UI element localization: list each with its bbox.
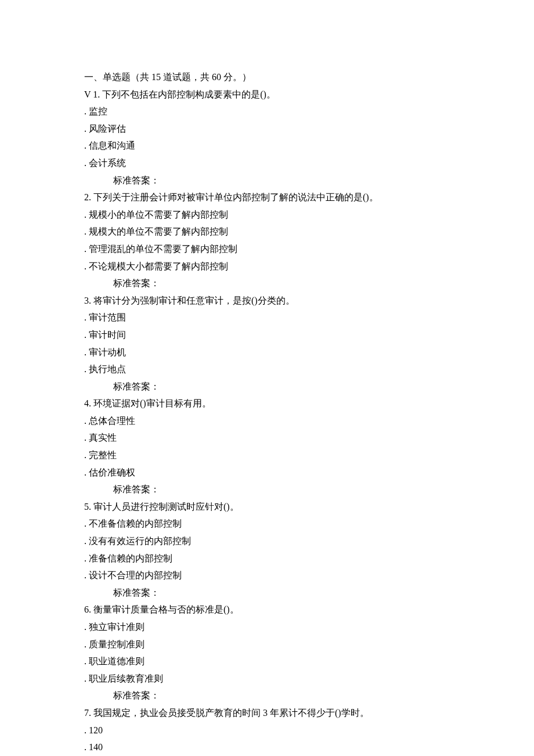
option-marker: . [84,467,89,477]
question-number: 7. [84,708,91,718]
question-option: . 执行地点 [84,361,464,378]
option-marker: . [84,656,89,666]
option-marker: . [84,210,89,219]
option-text: 审计动机 [89,347,126,357]
question-option: . 风险评估 [84,120,464,138]
question-text: 我国规定，执业会员接受脱产教育的时间 3 年累计不得少于()学时。 [93,708,369,718]
question-option: . 完整性 [84,447,464,464]
question-option: . 不准备信赖的内部控制 [84,515,464,532]
option-text: 不论规模大小都需要了解内部控制 [89,261,228,271]
standard-answer-label: 标准答案： [84,481,464,498]
question-option: . 监控 [84,103,464,120]
question-option: . 总体合理性 [84,412,464,430]
question-stem: 4. 环境证据对()审计目标有用。 [84,395,464,412]
question-option: . 准备信赖的内部控制 [84,550,464,567]
option-marker: . [84,433,89,442]
option-text: 140 [89,742,103,752]
option-marker: . [84,124,89,134]
question-stem: 3. 将审计分为强制审计和任意审计，是按()分类的。 [84,292,464,309]
question-option: . 审计时间 [84,326,464,344]
option-text: 审计时间 [89,330,126,340]
option-marker: . [84,106,89,116]
standard-answer-label: 标准答案： [84,378,464,395]
question-text: 将审计分为强制审计和任意审计，是按()分类的。 [93,296,295,305]
question-option: . 没有有效运行的内部控制 [84,532,464,550]
question-option: . 真实性 [84,429,464,447]
option-text: 规模大的单位不需要了解内部控制 [89,226,228,236]
option-text: 质量控制准则 [89,639,145,649]
option-text: 管理混乱的单位不需要了解内部控制 [89,244,237,254]
question-option: . 审计范围 [84,309,464,326]
option-text: 准备信赖的内部控制 [89,553,172,563]
option-text: 规模小的单位不需要了解内部控制 [89,210,228,219]
option-text: 总体合理性 [89,416,135,426]
question-option: . 120 [84,722,464,739]
question-number: 6. [84,604,91,614]
option-marker: . [84,364,89,374]
option-marker: . [84,570,89,580]
section-header: 一、单选题（共 15 道试题，共 60 分。） [84,69,464,86]
option-marker: . [84,639,89,649]
option-marker: . [84,347,89,357]
option-marker: . [84,450,89,460]
option-text: 职业道德准则 [89,656,145,666]
option-marker: . [84,244,89,254]
question-text: 下列不包括在内部控制构成要素中的是()。 [102,89,276,99]
question-text: 衡量审计质量合格与否的标准是()。 [93,604,239,614]
document-page: 一、单选题（共 15 道试题，共 60 分。） V 1. 下列不包括在内部控制构… [0,0,534,756]
option-text: 风险评估 [89,124,126,134]
question-number: V 1. [84,89,100,99]
question-number: 2. [84,192,91,202]
question-option: . 不论规模大小都需要了解内部控制 [84,258,464,275]
standard-answer-label: 标准答案： [84,275,464,292]
option-text: 职业后续教育准则 [89,674,163,683]
option-text: 审计范围 [89,312,126,322]
question-text: 下列关于注册会计师对被审计单位内部控制了解的说法中正确的是()。 [93,192,378,202]
question-option: . 会计系统 [84,154,464,172]
option-marker: . [84,674,89,683]
question-stem: 5. 审计人员进行控制测试时应针对()。 [84,498,464,516]
option-marker: . [84,536,89,546]
question-option: . 质量控制准则 [84,636,464,653]
option-text: 设计不合理的内部控制 [89,570,182,580]
option-marker: . [84,226,89,236]
option-marker: . [84,622,89,632]
option-marker: . [84,742,89,752]
question-option: . 140 [84,739,464,756]
question-option: . 信息和沟通 [84,137,464,154]
option-marker: . [84,553,89,563]
question-option: . 职业道德准则 [84,653,464,670]
option-marker: . [84,141,89,150]
option-text: 120 [89,725,103,735]
question-text: 审计人员进行控制测试时应针对()。 [93,502,239,512]
option-text: 不准备信赖的内部控制 [89,519,182,528]
option-marker: . [84,261,89,271]
question-number: 4. [84,398,91,408]
question-list: V 1. 下列不包括在内部控制构成要素中的是()。. 监控. 风险评估. 信息和… [84,86,464,756]
question-text: 环境证据对()审计目标有用。 [93,398,211,408]
option-text: 独立审计准则 [89,622,145,632]
question-option: . 规模小的单位不需要了解内部控制 [84,206,464,224]
option-marker: . [84,416,89,426]
question-stem: V 1. 下列不包括在内部控制构成要素中的是()。 [84,86,464,103]
option-text: 没有有效运行的内部控制 [89,536,191,546]
standard-answer-label: 标准答案： [84,687,464,704]
option-text: 估价准确权 [89,467,135,477]
option-marker: . [84,158,89,168]
option-marker: . [84,312,89,322]
standard-answer-label: 标准答案： [84,584,464,602]
question-option: . 职业后续教育准则 [84,670,464,687]
option-marker: . [84,725,89,735]
question-stem: 2. 下列关于注册会计师对被审计单位内部控制了解的说法中正确的是()。 [84,189,464,206]
question-option: . 独立审计准则 [84,618,464,636]
question-option: . 管理混乱的单位不需要了解内部控制 [84,240,464,258]
option-text: 真实性 [89,433,117,442]
question-option: . 规模大的单位不需要了解内部控制 [84,223,464,240]
option-text: 执行地点 [89,364,126,374]
question-stem: 6. 衡量审计质量合格与否的标准是()。 [84,601,464,618]
question-option: . 估价准确权 [84,464,464,481]
question-number: 5. [84,502,91,512]
option-marker: . [84,330,89,340]
question-number: 3. [84,296,91,305]
option-text: 会计系统 [89,158,126,168]
